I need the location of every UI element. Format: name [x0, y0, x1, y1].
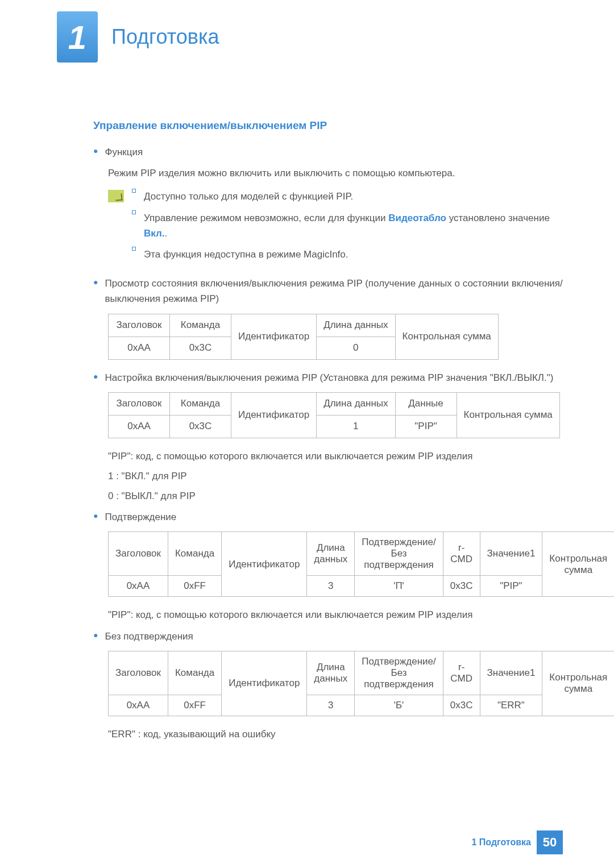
bullet-dot-icon: ●: [93, 276, 98, 306]
square-bullet-icon: [132, 210, 136, 214]
th-len: Длина данных: [317, 392, 395, 415]
bullet-nak: ● Без подтверждения: [93, 629, 563, 644]
bullet-set: ● Настройка включения/выключения режима …: [93, 370, 563, 385]
th-command: Команда: [170, 392, 231, 415]
table-set: Заголовок Команда Идентификатор Длина да…: [108, 392, 560, 438]
th-data: Данные: [395, 392, 457, 415]
th-len: Длина данных: [307, 532, 355, 576]
td-len-val: 3: [307, 695, 355, 716]
footer-text: 1 Подготовка: [471, 837, 531, 848]
td-val1-val: "ERR": [480, 695, 542, 716]
table-row: 0xAA 0xFF 3 'П' 0x3C "PIP": [109, 576, 615, 597]
td-len-val: 0: [317, 337, 395, 359]
td-command-val: 0xFF: [168, 695, 221, 716]
table-row: 0xAA 0xFF 3 'Б' 0x3C "ERR": [109, 695, 615, 716]
nak-label: Без подтверждения: [105, 629, 563, 644]
th-command: Команда: [168, 651, 221, 695]
th-command: Команда: [168, 532, 221, 576]
td-rcmd-val: 0x3C: [443, 695, 480, 716]
function-label: Функция: [105, 144, 563, 160]
td-ack-val: 'П': [355, 576, 443, 597]
set-title: Настройка включения/выключения режима PI…: [105, 370, 563, 385]
th-header: Заголовок: [109, 314, 170, 337]
td-ack-val: 'Б': [355, 695, 443, 716]
pip-on: 1 : "ВКЛ." для PIP: [108, 468, 563, 484]
square-bullet-icon: [132, 189, 136, 193]
td-len-val: 3: [307, 576, 355, 597]
bullet-dot-icon: ●: [93, 144, 98, 160]
pip-off: 0 : "ВЫКЛ." для PIP: [108, 488, 563, 504]
note-list: Доступно только для моделей с функцией P…: [132, 189, 563, 268]
ack-label: Подтверждение: [105, 509, 563, 525]
err-desc: "ERR" : код, указывающий на ошибку: [108, 726, 563, 742]
th-checksum: Контрольная сумма: [542, 651, 614, 716]
bullet-function: ● Функция: [93, 144, 563, 160]
td-command-val: 0x3C: [170, 415, 231, 438]
th-rcmd: r-CMD: [443, 532, 480, 576]
note-bold-videotablo: Видеотабло: [388, 213, 446, 223]
chapter-header: 1 Подготовка: [57, 11, 563, 63]
th-header: Заголовок: [109, 651, 168, 695]
th-id: Идентификатор: [231, 392, 317, 438]
td-header-val: 0xAA: [109, 337, 170, 359]
th-val1: Значение1: [480, 651, 542, 695]
th-checksum: Контрольная сумма: [457, 392, 559, 438]
function-desc: Режим PIP изделия можно включить или вык…: [108, 165, 563, 181]
th-header: Заголовок: [109, 392, 170, 415]
note-text-2c: установлено значение: [446, 213, 550, 223]
note-text-2: Управление режимом невозможно, если для …: [144, 210, 563, 241]
th-header: Заголовок: [109, 532, 168, 576]
th-len: Длина данных: [317, 314, 395, 337]
chapter-title: Подготовка: [111, 25, 219, 49]
table-nak: Заголовок Команда Идентификатор Длина да…: [108, 651, 614, 716]
td-data-val: "PIP": [395, 415, 457, 438]
td-header-val: 0xAA: [109, 695, 168, 716]
th-acknak: Подтверждение/Без подтверждения: [355, 532, 443, 576]
note-text-1: Доступно только для моделей с функцией P…: [144, 189, 563, 204]
th-id: Идентификатор: [231, 314, 317, 359]
td-rcmd-val: 0x3C: [443, 576, 480, 597]
footer-page-number: 50: [537, 830, 563, 854]
pip-desc: "PIP": код, с помощью которого включаетс…: [108, 448, 563, 464]
table-status: Заголовок Команда Идентификатор Длина да…: [108, 314, 499, 360]
td-header-val: 0xAA: [109, 576, 168, 597]
pip-desc-2: "PIP": код, с помощью которого включаетс…: [108, 607, 563, 622]
note-text-3: Эта функция недоступна в режиме MagicInf…: [144, 247, 563, 262]
square-bullet-icon: [132, 247, 136, 251]
th-val1: Значение1: [480, 532, 542, 576]
status-title: Просмотр состояния включения/выключения …: [105, 276, 563, 306]
note-block: Доступно только для моделей с функцией P…: [108, 189, 563, 268]
note-icon: [108, 190, 124, 202]
th-checksum: Контрольная сумма: [395, 314, 498, 359]
content-body: ● Функция Режим PIP изделия можно включи…: [93, 144, 563, 742]
th-command: Команда: [170, 314, 231, 337]
td-command-val: 0x3C: [170, 337, 231, 359]
chapter-number-badge: 1: [57, 11, 98, 63]
note-bold-vkl: Вкл.: [144, 228, 165, 239]
note-item-3: Эта функция недоступна в режиме MagicInf…: [132, 247, 563, 262]
page-footer: 1 Подготовка 50: [471, 830, 563, 854]
table-row: Заголовок Команда Идентификатор Длина да…: [109, 651, 615, 695]
td-header-val: 0xAA: [109, 415, 170, 438]
bullet-dot-icon: ●: [93, 629, 98, 644]
th-len: Длина данных: [307, 651, 355, 695]
table-row: Заголовок Команда Идентификатор Длина да…: [109, 392, 560, 415]
th-id: Идентификатор: [222, 532, 307, 597]
bullet-status: ● Просмотр состояния включения/выключени…: [93, 276, 563, 306]
note-text-2e: .: [165, 228, 168, 239]
td-val1-val: "PIP": [480, 576, 542, 597]
section-title: Управление включением/выключением PIP: [93, 119, 563, 132]
td-command-val: 0xFF: [168, 576, 221, 597]
note-text-2a: Управление режимом невозможно, если для …: [144, 213, 388, 223]
th-acknak: Подтверждение/Без подтверждения: [355, 651, 443, 695]
bullet-dot-icon: ●: [93, 370, 98, 385]
table-row: Заголовок Команда Идентификатор Длина да…: [109, 532, 615, 576]
page: 1 Подготовка Управление включением/выклю…: [0, 0, 614, 868]
td-len-val: 1: [317, 415, 395, 438]
note-item-2: Управление режимом невозможно, если для …: [132, 210, 563, 241]
bullet-ack: ● Подтверждение: [93, 509, 563, 525]
table-row: Заголовок Команда Идентификатор Длина да…: [109, 314, 499, 337]
th-rcmd: r-CMD: [443, 651, 480, 695]
note-item-1: Доступно только для моделей с функцией P…: [132, 189, 563, 204]
th-checksum: Контрольная сумма: [542, 532, 614, 597]
